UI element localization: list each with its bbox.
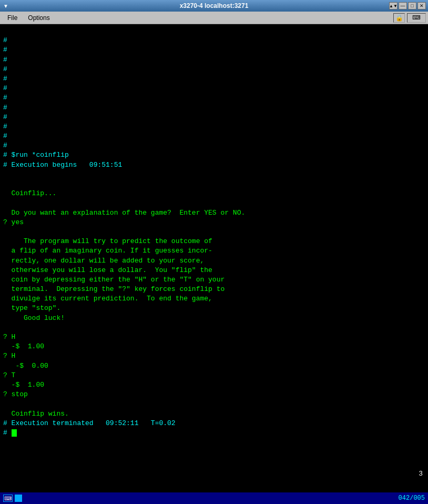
terminal-cursor [12,429,17,437]
status-cursor-block [15,495,22,502]
status-left: ⌨ [3,495,22,502]
terminal-line-cyan2: # Execution terminated 09:52:11 T=0.02 # [3,419,176,437]
maximize-button[interactable]: □ [408,2,416,9]
window-controls: ▲▼ — □ ✕ [389,2,426,9]
status-indicator: ⌨ [3,495,13,502]
status-bar: ⌨ 042/005 [0,492,428,504]
status-position: 042/005 [399,495,425,502]
options-menu[interactable]: Options [23,13,55,23]
keyboard-icon[interactable]: ⌨ [407,13,426,23]
close-button[interactable]: ✕ [417,2,426,9]
terminal-output: # # # # # # # # # # # # # $run *coinflip… [3,26,425,438]
menu-items: File Options [2,13,55,23]
app-icon: ▼ [2,2,9,9]
restore-button[interactable]: ▲▼ [389,2,398,9]
lock-icon[interactable]: 🔒 [393,13,405,23]
terminal-line-green: Coinflip... Do you want an explanation o… [3,189,245,417]
window-title: x3270-4 localhost:3271 [180,2,249,9]
terminal-line: # # # # # # # # # # # # # $run *coinflip… [3,36,122,168]
menu-bar: File Options 🔒 ⌨ [0,12,428,24]
page-number: 3 [419,469,423,479]
file-menu[interactable]: File [2,13,23,23]
terminal-area[interactable]: # # # # # # # # # # # # # $run *coinflip… [0,24,428,492]
title-bar-left: ▼ [2,2,9,9]
minimize-button[interactable]: — [399,2,407,9]
menu-bar-right: 🔒 ⌨ [393,13,426,23]
title-bar: ▼ x3270-4 localhost:3271 ▲▼ — □ ✕ [0,0,428,12]
